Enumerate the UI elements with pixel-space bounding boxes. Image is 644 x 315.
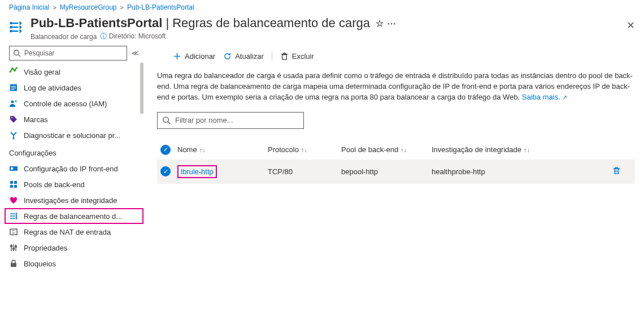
sidebar-item-backend-pools[interactable]: Pools de back-end bbox=[5, 176, 143, 192]
info-icon: ⓘ bbox=[100, 32, 107, 40]
column-protocol[interactable]: Protocolo↑↓ bbox=[268, 145, 341, 154]
svg-rect-14 bbox=[11, 88, 16, 88]
svg-rect-41 bbox=[282, 54, 287, 59]
more-menu-icon[interactable]: ⋯ bbox=[387, 18, 396, 29]
backend-pools-icon bbox=[9, 180, 18, 189]
svg-point-37 bbox=[15, 246, 17, 248]
sidebar-item-label: Investigações de integridade bbox=[24, 196, 118, 205]
lb-rules-icon bbox=[9, 212, 18, 221]
sidebar-item-label: Regras de balanceamento d... bbox=[24, 212, 122, 221]
sidebar-item-label: Regras de NAT de entrada bbox=[24, 228, 111, 236]
close-blade-button[interactable]: ✕ bbox=[626, 19, 635, 32]
breadcrumb-sep: > bbox=[120, 4, 124, 11]
rule-name-link[interactable]: lbrule-http bbox=[177, 165, 217, 178]
sidebar-item-activity-log[interactable]: Log de atividades bbox=[5, 80, 143, 96]
svg-rect-48 bbox=[615, 169, 619, 174]
breadcrumb-group[interactable]: MyResourceGroup bbox=[60, 3, 117, 11]
sidebar-item-label: Log de atividades bbox=[24, 84, 81, 92]
svg-rect-25 bbox=[14, 185, 17, 188]
sidebar-item-tags[interactable]: Marcas bbox=[5, 111, 143, 127]
learn-more-link[interactable]: Saiba mais. ↗ bbox=[522, 93, 568, 101]
filter-input[interactable]: Filtrar por nome... bbox=[157, 112, 304, 129]
refresh-button[interactable]: Atualizar bbox=[223, 52, 264, 61]
column-backend[interactable]: Pool de back-end↑↓ bbox=[341, 145, 432, 154]
svg-rect-23 bbox=[14, 181, 17, 184]
svg-rect-38 bbox=[11, 263, 16, 267]
sidebar-item-diagnose[interactable]: Diagnosticar e solucionar pr... bbox=[5, 127, 143, 143]
sidebar-item-lb-rules[interactable]: Regras de balanceamento d... bbox=[5, 208, 143, 224]
search-placeholder: Pesquisar bbox=[24, 49, 54, 57]
sort-icon: ↑↓ bbox=[301, 146, 307, 153]
sidebar: Pesquisar ≪ ▲ Visão geral Log de ativida… bbox=[0, 46, 143, 315]
scroll-thumb[interactable] bbox=[140, 63, 143, 114]
svg-rect-15 bbox=[11, 89, 14, 90]
sidebar-item-properties[interactable]: Propriedades bbox=[5, 240, 143, 256]
properties-icon bbox=[9, 243, 18, 252]
sidebar-item-locks[interactable]: Bloqueios bbox=[5, 256, 143, 271]
svg-rect-22 bbox=[10, 181, 13, 184]
sidebar-item-nat-rules[interactable]: Regras de NAT de entrada bbox=[5, 224, 143, 240]
svg-point-10 bbox=[14, 70, 16, 72]
delete-button[interactable]: Excluir bbox=[280, 52, 314, 61]
title-section: Regras de balanceamento de carga bbox=[172, 16, 370, 31]
svg-rect-29 bbox=[10, 229, 17, 235]
column-name[interactable]: Nome↑↓ bbox=[177, 145, 268, 154]
svg-rect-24 bbox=[10, 185, 13, 188]
row-protocol: TCP/80 bbox=[268, 167, 341, 176]
page-subtitle: Balanceador de carga ⓘ Diretório: Micros… bbox=[31, 32, 396, 41]
lock-icon bbox=[9, 259, 18, 268]
breadcrumb: Página Inicial > MyResourceGroup > Pub-L… bbox=[0, 0, 644, 14]
access-control-icon bbox=[9, 99, 18, 108]
scrollbar[interactable]: ▲ bbox=[140, 63, 143, 315]
add-button[interactable]: Adicionar bbox=[173, 52, 215, 61]
toolbar-divider bbox=[272, 51, 272, 61]
sidebar-item-label: Propriedades bbox=[24, 244, 67, 252]
sidebar-item-overview[interactable]: Visão geral bbox=[5, 64, 143, 80]
svg-rect-21 bbox=[11, 167, 13, 170]
sidebar-item-label: Pools de back-end bbox=[24, 180, 85, 189]
content-pane: Adicionar Atualizar Excluir Uma regra do… bbox=[143, 46, 644, 315]
svg-line-47 bbox=[168, 122, 170, 124]
description-text: Uma regra do balanceador de carga é usad… bbox=[157, 71, 635, 103]
svg-point-6 bbox=[14, 50, 19, 55]
row-probe: healthprobe-http bbox=[432, 167, 612, 176]
favorite-star-icon[interactable]: ☆ bbox=[376, 18, 384, 29]
sort-icon: ↑↓ bbox=[524, 146, 530, 153]
sidebar-search-input[interactable]: Pesquisar bbox=[9, 46, 127, 61]
svg-point-17 bbox=[15, 100, 17, 102]
activity-log-icon bbox=[9, 83, 18, 92]
select-all-checkbox[interactable]: ✓ bbox=[160, 145, 171, 155]
page-title: Pub-LB-PatientsPortal | Regras de balanc… bbox=[31, 16, 396, 31]
resource-type-label: Balanceador de carga bbox=[31, 33, 97, 41]
table-row[interactable]: ✓ lbrule-http TCP/80 bepool-http healthp… bbox=[157, 159, 635, 184]
sidebar-item-frontend-ip[interactable]: Configuração do IP front-end bbox=[5, 161, 143, 176]
sort-icon: ↑↓ bbox=[401, 146, 407, 153]
sidebar-item-health-probes[interactable]: Investigações de integridade bbox=[5, 192, 143, 208]
row-select-checkbox[interactable]: ✓ bbox=[160, 166, 171, 176]
svg-point-18 bbox=[11, 117, 12, 118]
sidebar-item-label: Bloqueios bbox=[24, 260, 56, 268]
sidebar-item-label: Diagnosticar e solucionar pr... bbox=[24, 131, 120, 140]
row-backend: bepool-http bbox=[341, 167, 432, 176]
load-balancer-icon bbox=[9, 19, 25, 35]
svg-point-8 bbox=[10, 71, 11, 73]
sidebar-item-label: Marcas bbox=[24, 115, 48, 124]
sidebar-item-access-control[interactable]: Controle de acesso (IAM) bbox=[5, 96, 143, 111]
column-probe[interactable]: Investigação de integridade↑↓ bbox=[432, 145, 612, 154]
diagnose-icon bbox=[9, 131, 18, 140]
svg-point-46 bbox=[163, 117, 168, 122]
svg-rect-13 bbox=[11, 86, 16, 87]
breadcrumb-home[interactable]: Página Inicial bbox=[9, 3, 49, 11]
svg-point-16 bbox=[11, 101, 14, 103]
title-resource: Pub-LB-PatientsPortal bbox=[31, 16, 162, 31]
tags-icon bbox=[9, 115, 18, 124]
external-link-icon: ↗ bbox=[562, 94, 567, 101]
breadcrumb-resource[interactable]: Pub-LB-PatientsPortal bbox=[127, 3, 194, 11]
row-delete-button[interactable] bbox=[612, 168, 621, 176]
svg-point-4 bbox=[10, 27, 11, 28]
collapse-sidebar-icon[interactable]: ≪ bbox=[132, 49, 139, 57]
add-label: Adicionar bbox=[185, 52, 215, 61]
filter-placeholder: Filtrar por nome... bbox=[175, 116, 233, 124]
svg-point-3 bbox=[10, 23, 11, 24]
overview-icon bbox=[9, 67, 18, 76]
